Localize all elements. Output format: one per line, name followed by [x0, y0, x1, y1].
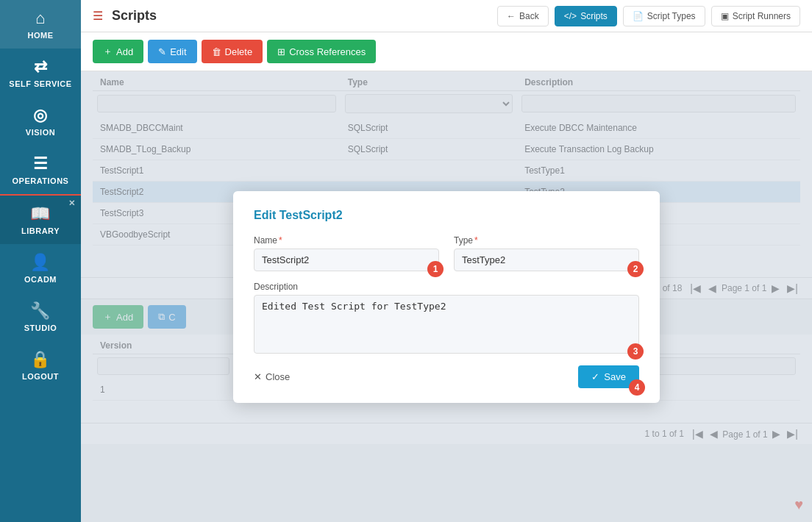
edit-button[interactable]: ✎ Edit [148, 40, 196, 63]
ocadm-icon: 👤 [30, 253, 51, 272]
library-close-icon[interactable]: ✕ [68, 199, 76, 208]
save-modal-label: Save [604, 371, 626, 382]
modal-overlay: Edit TestScript2 Name* 1 Type* [81, 71, 812, 522]
home-icon: ⌂ [35, 9, 46, 28]
cross-references-label: Cross References [289, 46, 366, 57]
script-runners-nav-button[interactable]: ▣ Script Runners [711, 6, 800, 26]
edit-icon: ✎ [158, 46, 166, 57]
logout-icon: 🔒 [30, 350, 51, 369]
close-modal-button[interactable]: ✕ Close [254, 371, 290, 382]
library-icon: 📖 [30, 204, 51, 224]
badge-3: 3 [627, 343, 644, 360]
script-runners-icon: ▣ [721, 11, 729, 21]
scripts-nav-label: Scripts [580, 11, 608, 21]
name-label: Name* [254, 235, 439, 246]
save-button-container: ✓ Save 4 [578, 365, 639, 388]
modal-footer: ✕ Close ✓ Save 4 [254, 365, 639, 388]
top-nav: ☰ Scripts ← Back </> Scripts 📄 Script Ty… [81, 0, 812, 32]
name-required: * [279, 235, 282, 246]
self-service-icon: ⇄ [34, 57, 48, 76]
sidebar-item-self-service[interactable]: ⇄ SELF SERVICE [0, 49, 81, 97]
sidebar-item-logout[interactable]: 🔒 LOGOUT [0, 341, 81, 390]
sidebar-label-studio: STUDIO [24, 323, 57, 332]
delete-icon: 🗑 [212, 46, 221, 57]
sidebar-item-vision[interactable]: ◎ VISION [0, 97, 81, 146]
sidebar-label-home: HOME [28, 31, 54, 40]
type-required: * [474, 235, 478, 246]
name-form-group: Name* 1 [254, 235, 439, 271]
close-modal-label: Close [266, 371, 290, 382]
script-runners-nav-label: Script Runners [733, 11, 791, 21]
edit-modal: Edit TestScript2 Name* 1 Type* [233, 191, 660, 403]
scripts-icon: </> [564, 11, 577, 21]
modal-name-type-row: Name* 1 Type* 2 [254, 235, 639, 271]
modal-description-row: Description Edited Test Script for TestT… [254, 282, 639, 354]
content-area: Name Type Description SQLScript [81, 71, 812, 522]
cross-references-button[interactable]: ⊞ Cross References [267, 40, 376, 63]
sidebar-item-library[interactable]: ✕ 📖 LIBRARY [0, 194, 81, 244]
description-label: Description [254, 282, 639, 292]
toolbar: ＋ Add ✎ Edit 🗑 Delete ⊞ Cross References [81, 32, 812, 71]
operations-icon: ☰ [33, 154, 49, 174]
sidebar-item-operations[interactable]: ☰ OPERATIONS [0, 146, 81, 194]
modal-title: Edit TestScript2 [254, 209, 639, 222]
description-form-group: Description Edited Test Script for TestT… [254, 282, 639, 354]
description-textarea[interactable]: Edited Test Script for TestType2 [254, 295, 639, 354]
sidebar-label-logout: LOGOUT [22, 372, 59, 381]
sidebar-item-ocadm[interactable]: 👤 OCADM [0, 244, 81, 293]
edit-label: Edit [170, 46, 186, 57]
add-label: Add [116, 46, 133, 57]
badge-1: 1 [427, 261, 444, 277]
script-types-nav-label: Script Types [647, 11, 696, 21]
vision-icon: ◎ [33, 106, 48, 125]
studio-icon: 🔧 [30, 301, 51, 321]
type-input[interactable] [454, 249, 639, 271]
checkmark-icon: ✓ [591, 371, 599, 382]
sidebar-label-ocadm: OCADM [24, 275, 57, 284]
sidebar-label-vision: VISION [26, 128, 55, 137]
hamburger-icon: ☰ [93, 9, 103, 23]
sidebar: ⌂ HOME ⇄ SELF SERVICE ◎ VISION ☰ OPERATI… [0, 0, 81, 522]
type-label: Type* [454, 235, 639, 246]
sidebar-label-self-service: SELF SERVICE [9, 79, 71, 88]
main-content: ☰ Scripts ← Back </> Scripts 📄 Script Ty… [81, 0, 812, 522]
badge-2: 2 [627, 261, 644, 277]
back-arrow-icon: ← [507, 11, 516, 21]
page-title-area: ☰ Scripts [93, 8, 491, 24]
close-x-icon: ✕ [254, 371, 262, 382]
sidebar-label-operations: OPERATIONS [13, 176, 69, 185]
back-button[interactable]: ← Back [497, 6, 549, 26]
back-label: Back [519, 11, 539, 21]
script-types-nav-button[interactable]: 📄 Script Types [623, 6, 705, 26]
sidebar-label-library: LIBRARY [21, 226, 60, 235]
sidebar-item-studio[interactable]: 🔧 STUDIO [0, 293, 81, 341]
delete-button[interactable]: 🗑 Delete [202, 40, 263, 63]
scripts-nav-button[interactable]: </> Scripts [555, 6, 617, 26]
add-icon: ＋ [103, 45, 113, 58]
page-title: Scripts [112, 8, 157, 24]
sidebar-item-home[interactable]: ⌂ HOME [0, 0, 81, 49]
delete-label: Delete [225, 46, 253, 57]
name-input[interactable] [254, 249, 439, 271]
cross-ref-icon: ⊞ [277, 46, 285, 57]
badge-4: 4 [629, 379, 645, 396]
type-form-group: Type* 2 [454, 235, 639, 271]
add-button[interactable]: ＋ Add [93, 40, 143, 63]
script-types-icon: 📄 [633, 11, 644, 21]
